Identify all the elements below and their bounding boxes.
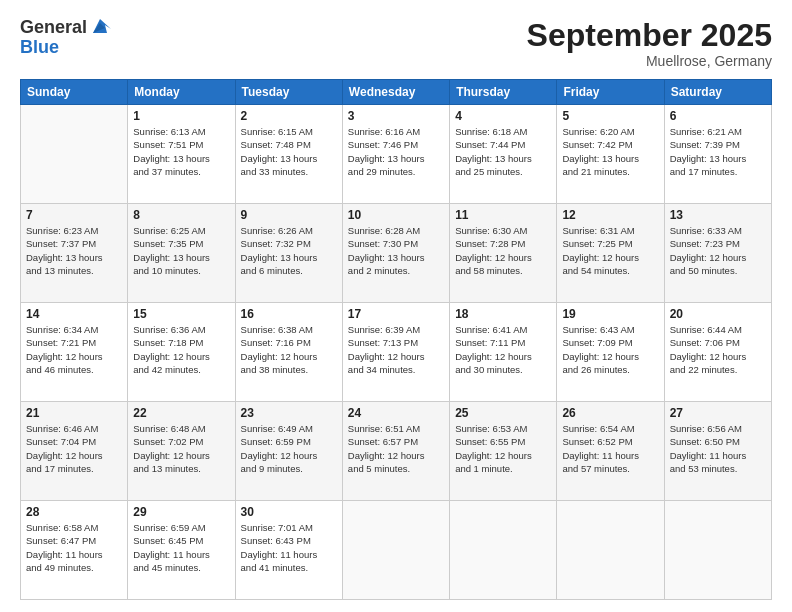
col-wednesday: Wednesday	[342, 80, 449, 105]
table-row	[557, 501, 664, 600]
cell-info: Sunrise: 6:26 AMSunset: 7:32 PMDaylight:…	[241, 224, 337, 277]
cell-info: Sunrise: 6:54 AMSunset: 6:52 PMDaylight:…	[562, 422, 658, 475]
day-number: 5	[562, 109, 658, 123]
day-number: 23	[241, 406, 337, 420]
day-number: 11	[455, 208, 551, 222]
cell-info: Sunrise: 6:38 AMSunset: 7:16 PMDaylight:…	[241, 323, 337, 376]
cell-info: Sunrise: 6:15 AMSunset: 7:48 PMDaylight:…	[241, 125, 337, 178]
cell-info: Sunrise: 6:34 AMSunset: 7:21 PMDaylight:…	[26, 323, 122, 376]
logo-general-text: General	[20, 18, 87, 38]
day-number: 26	[562, 406, 658, 420]
cell-info: Sunrise: 6:23 AMSunset: 7:37 PMDaylight:…	[26, 224, 122, 277]
logo: General Blue	[20, 18, 111, 57]
cell-info: Sunrise: 6:48 AMSunset: 7:02 PMDaylight:…	[133, 422, 229, 475]
cell-info: Sunrise: 6:21 AMSunset: 7:39 PMDaylight:…	[670, 125, 766, 178]
table-row: 28Sunrise: 6:58 AMSunset: 6:47 PMDayligh…	[21, 501, 128, 600]
table-row: 29Sunrise: 6:59 AMSunset: 6:45 PMDayligh…	[128, 501, 235, 600]
day-number: 28	[26, 505, 122, 519]
calendar-week-row: 28Sunrise: 6:58 AMSunset: 6:47 PMDayligh…	[21, 501, 772, 600]
logo-blue-text: Blue	[20, 37, 59, 57]
day-number: 1	[133, 109, 229, 123]
cell-info: Sunrise: 6:28 AMSunset: 7:30 PMDaylight:…	[348, 224, 444, 277]
day-number: 17	[348, 307, 444, 321]
cell-info: Sunrise: 6:53 AMSunset: 6:55 PMDaylight:…	[455, 422, 551, 475]
table-row: 6Sunrise: 6:21 AMSunset: 7:39 PMDaylight…	[664, 105, 771, 204]
day-number: 4	[455, 109, 551, 123]
table-row	[342, 501, 449, 600]
table-row: 14Sunrise: 6:34 AMSunset: 7:21 PMDayligh…	[21, 303, 128, 402]
table-row	[664, 501, 771, 600]
day-number: 24	[348, 406, 444, 420]
calendar-table: Sunday Monday Tuesday Wednesday Thursday…	[20, 79, 772, 600]
table-row: 8Sunrise: 6:25 AMSunset: 7:35 PMDaylight…	[128, 204, 235, 303]
table-row: 20Sunrise: 6:44 AMSunset: 7:06 PMDayligh…	[664, 303, 771, 402]
day-number: 29	[133, 505, 229, 519]
table-row: 10Sunrise: 6:28 AMSunset: 7:30 PMDayligh…	[342, 204, 449, 303]
table-row: 4Sunrise: 6:18 AMSunset: 7:44 PMDaylight…	[450, 105, 557, 204]
table-row: 12Sunrise: 6:31 AMSunset: 7:25 PMDayligh…	[557, 204, 664, 303]
cell-info: Sunrise: 6:46 AMSunset: 7:04 PMDaylight:…	[26, 422, 122, 475]
table-row: 24Sunrise: 6:51 AMSunset: 6:57 PMDayligh…	[342, 402, 449, 501]
day-number: 30	[241, 505, 337, 519]
day-number: 13	[670, 208, 766, 222]
table-row: 26Sunrise: 6:54 AMSunset: 6:52 PMDayligh…	[557, 402, 664, 501]
month-title: September 2025	[527, 18, 772, 53]
cell-info: Sunrise: 6:16 AMSunset: 7:46 PMDaylight:…	[348, 125, 444, 178]
table-row: 15Sunrise: 6:36 AMSunset: 7:18 PMDayligh…	[128, 303, 235, 402]
cell-info: Sunrise: 6:31 AMSunset: 7:25 PMDaylight:…	[562, 224, 658, 277]
day-number: 25	[455, 406, 551, 420]
day-number: 14	[26, 307, 122, 321]
table-row: 17Sunrise: 6:39 AMSunset: 7:13 PMDayligh…	[342, 303, 449, 402]
col-thursday: Thursday	[450, 80, 557, 105]
cell-info: Sunrise: 7:01 AMSunset: 6:43 PMDaylight:…	[241, 521, 337, 574]
table-row: 23Sunrise: 6:49 AMSunset: 6:59 PMDayligh…	[235, 402, 342, 501]
table-row: 1Sunrise: 6:13 AMSunset: 7:51 PMDaylight…	[128, 105, 235, 204]
table-row: 22Sunrise: 6:48 AMSunset: 7:02 PMDayligh…	[128, 402, 235, 501]
table-row: 21Sunrise: 6:46 AMSunset: 7:04 PMDayligh…	[21, 402, 128, 501]
cell-info: Sunrise: 6:39 AMSunset: 7:13 PMDaylight:…	[348, 323, 444, 376]
day-number: 20	[670, 307, 766, 321]
cell-info: Sunrise: 6:13 AMSunset: 7:51 PMDaylight:…	[133, 125, 229, 178]
cell-info: Sunrise: 6:59 AMSunset: 6:45 PMDaylight:…	[133, 521, 229, 574]
day-number: 27	[670, 406, 766, 420]
calendar-header-row: Sunday Monday Tuesday Wednesday Thursday…	[21, 80, 772, 105]
calendar-week-row: 14Sunrise: 6:34 AMSunset: 7:21 PMDayligh…	[21, 303, 772, 402]
cell-info: Sunrise: 6:56 AMSunset: 6:50 PMDaylight:…	[670, 422, 766, 475]
table-row: 16Sunrise: 6:38 AMSunset: 7:16 PMDayligh…	[235, 303, 342, 402]
day-number: 21	[26, 406, 122, 420]
table-row: 30Sunrise: 7:01 AMSunset: 6:43 PMDayligh…	[235, 501, 342, 600]
table-row: 13Sunrise: 6:33 AMSunset: 7:23 PMDayligh…	[664, 204, 771, 303]
col-tuesday: Tuesday	[235, 80, 342, 105]
table-row: 3Sunrise: 6:16 AMSunset: 7:46 PMDaylight…	[342, 105, 449, 204]
day-number: 22	[133, 406, 229, 420]
cell-info: Sunrise: 6:43 AMSunset: 7:09 PMDaylight:…	[562, 323, 658, 376]
day-number: 15	[133, 307, 229, 321]
day-number: 10	[348, 208, 444, 222]
col-saturday: Saturday	[664, 80, 771, 105]
title-block: September 2025 Muellrose, Germany	[527, 18, 772, 69]
calendar-week-row: 1Sunrise: 6:13 AMSunset: 7:51 PMDaylight…	[21, 105, 772, 204]
col-friday: Friday	[557, 80, 664, 105]
day-number: 8	[133, 208, 229, 222]
calendar-week-row: 7Sunrise: 6:23 AMSunset: 7:37 PMDaylight…	[21, 204, 772, 303]
day-number: 7	[26, 208, 122, 222]
day-number: 9	[241, 208, 337, 222]
logo-icon	[89, 15, 111, 37]
table-row: 25Sunrise: 6:53 AMSunset: 6:55 PMDayligh…	[450, 402, 557, 501]
day-number: 12	[562, 208, 658, 222]
day-number: 19	[562, 307, 658, 321]
day-number: 16	[241, 307, 337, 321]
table-row	[21, 105, 128, 204]
cell-info: Sunrise: 6:44 AMSunset: 7:06 PMDaylight:…	[670, 323, 766, 376]
table-row: 5Sunrise: 6:20 AMSunset: 7:42 PMDaylight…	[557, 105, 664, 204]
table-row: 7Sunrise: 6:23 AMSunset: 7:37 PMDaylight…	[21, 204, 128, 303]
day-number: 3	[348, 109, 444, 123]
table-row: 9Sunrise: 6:26 AMSunset: 7:32 PMDaylight…	[235, 204, 342, 303]
day-number: 2	[241, 109, 337, 123]
cell-info: Sunrise: 6:30 AMSunset: 7:28 PMDaylight:…	[455, 224, 551, 277]
day-number: 6	[670, 109, 766, 123]
table-row: 2Sunrise: 6:15 AMSunset: 7:48 PMDaylight…	[235, 105, 342, 204]
col-sunday: Sunday	[21, 80, 128, 105]
day-number: 18	[455, 307, 551, 321]
cell-info: Sunrise: 6:49 AMSunset: 6:59 PMDaylight:…	[241, 422, 337, 475]
